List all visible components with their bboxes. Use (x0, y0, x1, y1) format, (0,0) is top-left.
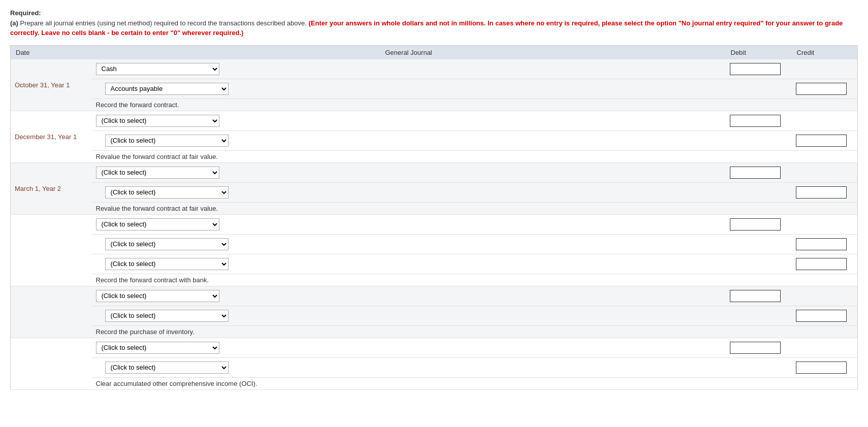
description-row: Revalue the forward contract at fair val… (11, 150, 858, 162)
amount-input[interactable] (796, 238, 847, 250)
date-cell: March 1, Year 2 (11, 162, 92, 214)
date-cell-empty (11, 286, 92, 338)
amount-input[interactable] (730, 63, 781, 75)
journal-cell: (Click to select)No journal entry requir… (92, 338, 726, 357)
amount-input[interactable] (730, 167, 781, 179)
amount-input[interactable] (730, 218, 781, 231)
journal-cell: (Click to select)No journal entry requir… (92, 79, 726, 98)
amount-input[interactable] (796, 258, 847, 270)
journal-cell: (Click to select)No journal entry requir… (92, 111, 726, 130)
header-date: Date (11, 45, 92, 59)
required-label: Required: (10, 9, 41, 17)
credit-cell (792, 130, 858, 150)
journal-select[interactable]: (Click to select)No journal entry requir… (105, 83, 229, 95)
amount-input[interactable] (796, 310, 847, 322)
credit-cell (792, 306, 858, 325)
credit-cell (792, 286, 858, 306)
journal-select[interactable]: (Click to select)No journal entry requir… (96, 167, 219, 179)
debit-cell (726, 111, 792, 130)
amount-input[interactable] (730, 342, 781, 354)
amount-input[interactable] (796, 362, 847, 374)
select-wrapper: (Click to select)No journal entry requir… (105, 83, 229, 95)
date-cell: October 31, Year 1 (11, 59, 92, 111)
journal-select[interactable]: (Click to select)No journal entry requir… (105, 186, 229, 199)
select-wrapper: (Click to select)No journal entry requir… (105, 362, 229, 374)
journal-cell: (Click to select)No journal entry requir… (92, 306, 726, 325)
journal-select[interactable]: (Click to select)No journal entry requir… (105, 135, 229, 147)
amount-input[interactable] (730, 290, 781, 302)
credit-cell (792, 79, 858, 98)
table-row: (Click to select)No journal entry requir… (11, 306, 858, 325)
select-wrapper: (Click to select)No journal entry requir… (96, 290, 219, 302)
debit-cell (726, 59, 792, 79)
description-row: Record the forward contract. (11, 98, 858, 111)
description-text: Revalue the forward contract at fair val… (92, 202, 858, 214)
description-text: Record the forward contract with bank. (92, 274, 858, 286)
select-wrapper: (Click to select)No journal entry requir… (96, 342, 219, 354)
amount-input[interactable] (796, 135, 847, 147)
table-row: (Click to select)No journal entry requir… (11, 338, 858, 357)
description-row: Clear accumulated other comprehensive in… (11, 377, 858, 389)
journal-select[interactable]: (Click to select)No journal entry requir… (96, 290, 219, 302)
journal-cell: (Click to select)No journal entry requir… (92, 214, 726, 234)
description-row: Record the purchase of inventory. (11, 325, 858, 338)
journal-select[interactable]: (Click to select)No journal entry requir… (96, 63, 219, 75)
amount-input[interactable] (796, 186, 847, 199)
part-a-label: (a) (10, 19, 18, 27)
debit-cell (726, 306, 792, 325)
table-row: (Click to select)No journal entry requir… (11, 357, 858, 377)
journal-select[interactable]: (Click to select)No journal entry requir… (105, 310, 229, 322)
journal-select[interactable]: (Click to select)No journal entry requir… (96, 115, 219, 127)
credit-cell (792, 234, 858, 254)
journal-select[interactable]: (Click to select)No journal entry requir… (96, 218, 219, 231)
journal-select[interactable]: (Click to select)No journal entry requir… (105, 362, 229, 374)
select-wrapper: (Click to select)No journal entry requir… (105, 238, 229, 250)
instructions-block: Required: (a) Prepare all journal entrie… (10, 8, 858, 38)
debit-cell (726, 162, 792, 182)
date-cell-empty (11, 338, 92, 389)
credit-cell (792, 182, 858, 202)
journal-select[interactable]: (Click to select)No journal entry requir… (105, 238, 229, 250)
journal-cell: (Click to select)No journal entry requir… (92, 182, 726, 202)
description-text: Clear accumulated other comprehensive in… (92, 377, 858, 389)
description-row: Record the forward contract with bank. (11, 274, 858, 286)
journal-select[interactable]: (Click to select)No journal entry requir… (96, 342, 219, 354)
select-wrapper: (Click to select)No journal entry requir… (105, 258, 229, 270)
credit-cell (792, 162, 858, 182)
description-text: Revalue the forward contract at fair val… (92, 150, 858, 162)
debit-cell (726, 234, 792, 254)
debit-cell (726, 79, 792, 98)
select-wrapper: (Click to select)No journal entry requir… (105, 310, 229, 322)
credit-cell (792, 214, 858, 234)
select-wrapper: (Click to select)No journal entry requir… (96, 115, 219, 127)
select-wrapper: (Click to select)No journal entry requir… (105, 135, 229, 147)
part-a-text: Prepare all journal entries (using net m… (18, 19, 309, 27)
journal-cell: (Click to select)No journal entry requir… (92, 357, 726, 377)
description-text: Record the purchase of inventory. (92, 325, 858, 338)
table-row: October 31, Year 1(Click to select)No jo… (11, 59, 858, 79)
journal-cell: (Click to select)No journal entry requir… (92, 254, 726, 274)
debit-cell (726, 214, 792, 234)
description-row: Revalue the forward contract at fair val… (11, 202, 858, 214)
journal-cell: (Click to select)No journal entry requir… (92, 130, 726, 150)
journal-select[interactable]: (Click to select)No journal entry requir… (105, 258, 229, 270)
table-row: (Click to select)No journal entry requir… (11, 182, 858, 202)
select-wrapper: (Click to select)No journal entry requir… (96, 63, 219, 75)
amount-input[interactable] (796, 83, 847, 95)
select-wrapper: (Click to select)No journal entry requir… (96, 167, 219, 179)
date-cell-empty (11, 214, 92, 286)
debit-cell (726, 254, 792, 274)
debit-cell (726, 338, 792, 357)
journal-table: Date General Journal Debit Credit Octobe… (10, 45, 858, 390)
journal-cell: (Click to select)No journal entry requir… (92, 162, 726, 182)
debit-cell (726, 182, 792, 202)
credit-cell (792, 338, 858, 357)
credit-cell (792, 254, 858, 274)
debit-cell (726, 130, 792, 150)
description-text: Record the forward contract. (92, 98, 858, 111)
amount-input[interactable] (730, 115, 781, 127)
journal-cell: (Click to select)No journal entry requir… (92, 59, 726, 79)
table-row: (Click to select)No journal entry requir… (11, 130, 858, 150)
table-row: (Click to select)No journal entry requir… (11, 286, 858, 306)
table-row: (Click to select)No journal entry requir… (11, 214, 858, 234)
